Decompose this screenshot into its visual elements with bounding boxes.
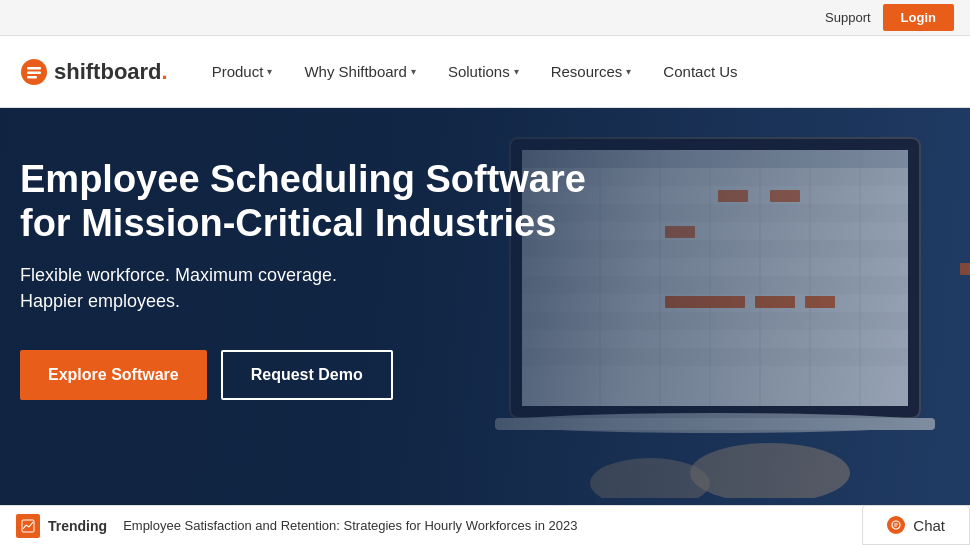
nav-link-product[interactable]: Product ▾	[198, 53, 287, 90]
bottom-bar: Trending Employee Satisfaction and Reten…	[0, 505, 970, 545]
trending-label: Trending	[48, 518, 107, 534]
trending-text: Employee Satisfaction and Retention: Str…	[123, 518, 577, 533]
chat-button[interactable]: Chat	[862, 505, 970, 545]
logo-text: shiftboard.	[54, 59, 168, 85]
login-button[interactable]: Login	[883, 4, 954, 31]
svg-rect-2	[27, 71, 41, 74]
logo-dot: .	[162, 59, 168, 84]
svg-rect-37	[894, 526, 897, 527]
svg-line-32	[23, 525, 26, 529]
nav-link-resources[interactable]: Resources ▾	[537, 53, 646, 90]
hero-title: Employee Scheduling Software for Mission…	[20, 158, 586, 245]
svg-rect-3	[27, 76, 37, 79]
request-demo-button[interactable]: Request Demo	[221, 350, 393, 400]
nav-links: Product ▾ Why Shiftboard ▾ Solutions ▾ R…	[198, 53, 950, 90]
svg-point-35	[892, 521, 900, 529]
nav-link-contact[interactable]: Contact Us	[649, 53, 751, 90]
trending-badge: Trending	[16, 514, 107, 538]
nav-item-resources[interactable]: Resources ▾	[537, 53, 646, 90]
nav-link-why-shiftboard[interactable]: Why Shiftboard ▾	[290, 53, 430, 90]
nav-item-why-shiftboard[interactable]: Why Shiftboard ▾	[290, 53, 430, 90]
trending-icon	[16, 514, 40, 538]
logo-icon	[20, 58, 48, 86]
hero-content: Employee Scheduling Software for Mission…	[20, 148, 586, 400]
chevron-down-icon: ▾	[626, 66, 631, 77]
chevron-down-icon: ▾	[267, 66, 272, 77]
chevron-down-icon: ▾	[411, 66, 416, 77]
svg-rect-36	[894, 524, 898, 525]
hero-section: Employee Scheduling Software for Mission…	[0, 108, 970, 505]
support-link[interactable]: Support	[825, 10, 871, 25]
chat-label: Chat	[913, 517, 945, 534]
logo[interactable]: shiftboard.	[20, 58, 168, 86]
nav-link-solutions[interactable]: Solutions ▾	[434, 53, 533, 90]
explore-software-button[interactable]: Explore Software	[20, 350, 207, 400]
top-bar: Support Login	[0, 0, 970, 36]
navbar: shiftboard. Product ▾ Why Shiftboard ▾ S…	[0, 36, 970, 108]
svg-rect-1	[27, 67, 41, 70]
chevron-down-icon: ▾	[514, 66, 519, 77]
nav-item-solutions[interactable]: Solutions ▾	[434, 53, 533, 90]
nav-item-product[interactable]: Product ▾	[198, 53, 287, 90]
nav-item-contact[interactable]: Contact Us	[649, 53, 751, 90]
chat-icon	[887, 516, 905, 534]
hero-subtitle: Flexible workforce. Maximum coverage. Ha…	[20, 263, 586, 313]
svg-line-33	[26, 525, 29, 527]
svg-line-34	[29, 522, 33, 527]
hero-buttons: Explore Software Request Demo	[20, 350, 586, 400]
